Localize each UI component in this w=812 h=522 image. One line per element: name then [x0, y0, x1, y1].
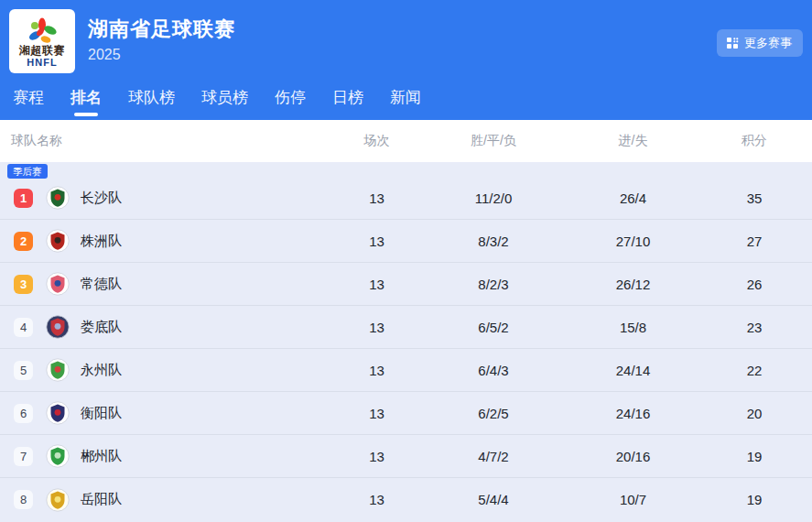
- tab-injuries[interactable]: 伤停: [273, 82, 308, 119]
- points-value: 19: [704, 492, 805, 507]
- table-row[interactable]: 6 衡阳队 13 6/2/5 24/16 20: [0, 392, 812, 435]
- col-played: 场次: [329, 133, 425, 149]
- table-row[interactable]: 3 常德队 13 8/2/3 26/12 26: [0, 263, 812, 306]
- page-title: 湖南省足球联赛: [88, 17, 235, 41]
- rank-badge: 7: [14, 447, 33, 466]
- goals-value: 27/10: [562, 234, 704, 249]
- team-logo-icon: [46, 401, 70, 425]
- more-events-button[interactable]: 更多赛事: [717, 29, 803, 57]
- played-value: 13: [329, 363, 425, 378]
- team-logo-icon: [46, 444, 70, 468]
- wdl-value: 6/5/2: [425, 320, 562, 335]
- app-header: 湘超联赛 HNFL 湖南省足球联赛 2025 更多赛事 赛程 排名 球队榜 球员…: [0, 0, 812, 120]
- team-logo-icon: [46, 229, 70, 253]
- header-top: 湘超联赛 HNFL 湖南省足球联赛 2025 更多赛事: [0, 0, 812, 81]
- goals-value: 26/4: [562, 190, 704, 206]
- table-row[interactable]: 2 株洲队 13 8/3/2 27/10 27: [0, 220, 812, 263]
- league-logo-abbr: HNFL: [27, 57, 57, 68]
- wdl-value: 8/2/3: [425, 277, 562, 292]
- nav-tabs: 赛程 排名 球队榜 球员榜 伤停 日榜 新闻: [0, 81, 812, 120]
- goals-value: 15/8: [562, 320, 704, 335]
- played-value: 13: [329, 406, 425, 421]
- goals-value: 24/16: [562, 406, 704, 421]
- wdl-value: 4/7/2: [425, 449, 562, 464]
- tab-player-stats[interactable]: 球员榜: [200, 82, 250, 119]
- played-value: 13: [329, 449, 425, 464]
- wdl-value: 6/4/3: [425, 363, 562, 378]
- goals-value: 20/16: [562, 449, 704, 464]
- rank-badge: 8: [14, 490, 33, 509]
- played-value: 13: [329, 320, 425, 335]
- col-points: 积分: [704, 133, 805, 149]
- rank-badge: 6: [14, 404, 33, 423]
- rank-badge: 4: [14, 318, 33, 337]
- played-value: 13: [329, 234, 425, 249]
- points-value: 22: [704, 363, 805, 378]
- tab-standings[interactable]: 排名: [69, 82, 103, 119]
- wdl-value: 8/3/2: [425, 234, 562, 249]
- league-logo: 湘超联赛 HNFL: [9, 9, 75, 73]
- tab-news[interactable]: 新闻: [388, 82, 423, 119]
- team-name: 娄底队: [81, 319, 122, 336]
- team-name: 永州队: [81, 362, 122, 379]
- rank-badge: 1: [14, 189, 33, 208]
- team-name: 郴州队: [81, 448, 122, 465]
- goals-value: 26/12: [562, 277, 704, 292]
- team-name: 岳阳队: [81, 491, 122, 508]
- col-wdl: 胜/平/负: [425, 133, 562, 149]
- col-team-name: 球队名称: [7, 133, 329, 149]
- team-logo-icon: [46, 315, 70, 339]
- points-value: 20: [704, 406, 805, 421]
- points-value: 19: [704, 449, 805, 464]
- team-logo-icon: [46, 272, 70, 296]
- team-logo-icon: [46, 186, 70, 210]
- team-name: 长沙队: [81, 190, 122, 207]
- tab-team-stats[interactable]: 球队榜: [126, 82, 177, 119]
- points-value: 23: [704, 320, 805, 335]
- goals-value: 24/14: [562, 363, 704, 378]
- season-label: 2025: [88, 47, 235, 63]
- rank-badge: 5: [14, 361, 33, 380]
- grid-apps-icon: [726, 37, 739, 49]
- rank-badge: 2: [14, 232, 33, 251]
- team-name: 株洲队: [81, 233, 122, 250]
- team-logo-icon: [46, 358, 70, 382]
- league-logo-text: 湘超联赛: [19, 45, 65, 57]
- tab-daily[interactable]: 日榜: [330, 82, 365, 119]
- table-row[interactable]: 5 永州队 13 6/4/3 24/14 22: [0, 349, 812, 392]
- rank-badge: 3: [14, 275, 33, 294]
- tab-schedule[interactable]: 赛程: [11, 82, 46, 119]
- wdl-value: 11/2/0: [425, 190, 562, 206]
- more-events-label: 更多赛事: [744, 35, 792, 51]
- played-value: 13: [329, 190, 425, 206]
- standings-table: 季后赛 1 长沙队 13 11/2/0 26/4 35 2 株洲队 13 8/3…: [0, 162, 812, 521]
- team-name: 常德队: [81, 276, 122, 293]
- table-row[interactable]: 7 郴州队 13 4/7/2 20/16 19: [0, 435, 812, 478]
- team-name: 衡阳队: [81, 405, 122, 422]
- played-value: 13: [329, 277, 425, 292]
- col-goals: 进/失: [562, 133, 704, 149]
- wdl-value: 6/2/5: [425, 406, 562, 421]
- table-row[interactable]: 4 娄底队 13 6/5/2 15/8 23: [0, 306, 812, 349]
- points-value: 35: [704, 190, 805, 206]
- played-value: 13: [329, 492, 425, 507]
- title-block: 湖南省足球联赛 2025: [88, 9, 235, 63]
- table-header: 球队名称 场次 胜/平/负 进/失 积分: [0, 120, 812, 162]
- wdl-value: 5/4/4: [425, 492, 562, 507]
- playoff-badge: 季后赛: [7, 164, 48, 179]
- goals-value: 10/7: [562, 492, 704, 507]
- points-value: 26: [704, 277, 805, 292]
- team-logo-icon: [46, 488, 70, 512]
- points-value: 27: [704, 234, 805, 249]
- league-logo-emblem-icon: [27, 17, 58, 45]
- table-row[interactable]: 8 岳阳队 13 5/4/4 10/7 19: [0, 478, 812, 521]
- table-row[interactable]: 1 长沙队 13 11/2/0 26/4 35: [0, 177, 812, 220]
